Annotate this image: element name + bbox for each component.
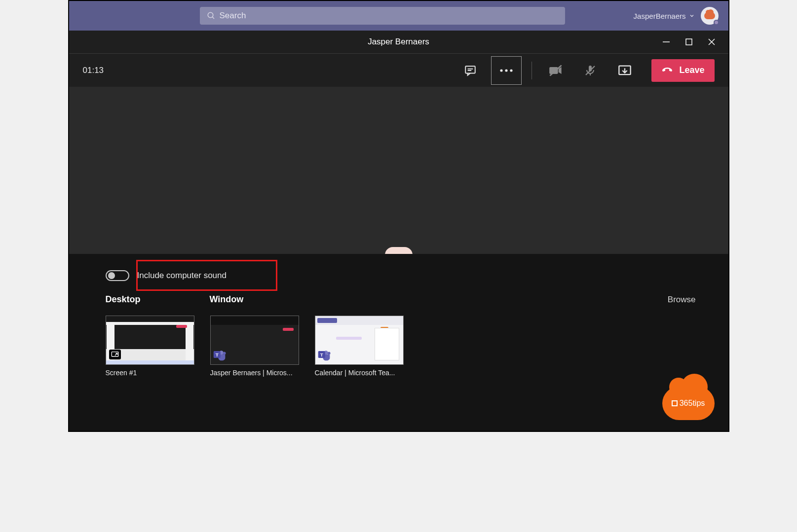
- office-logo-icon: [672, 400, 678, 406]
- search-placeholder: Search: [220, 11, 246, 21]
- minimize-button[interactable]: [661, 37, 671, 47]
- browse-button[interactable]: Browse: [668, 295, 696, 305]
- svg-point-10: [505, 69, 508, 71]
- chat-icon: [464, 64, 477, 77]
- ellipsis-icon: [499, 69, 513, 72]
- svg-point-25: [327, 352, 330, 355]
- toolbar-right: Leave: [456, 56, 714, 85]
- include-sound-toggle[interactable]: [106, 270, 129, 281]
- leave-button[interactable]: Leave: [651, 59, 714, 82]
- maximize-button[interactable]: [684, 37, 694, 47]
- watermark-365tips: 365tips: [662, 387, 715, 420]
- call-titlebar: Jasper Bernaers: [69, 31, 728, 53]
- camera-off-icon: [549, 64, 563, 77]
- screen-share-icon: [109, 350, 121, 359]
- thumb-preview: T: [315, 316, 404, 365]
- teams-app-icon: T: [213, 348, 227, 361]
- toolbar-divider: [531, 62, 532, 79]
- username-label: JasperBernaers: [634, 12, 686, 20]
- search-icon: [207, 11, 216, 20]
- share-thumb-screen[interactable]: Screen #1: [106, 316, 194, 377]
- call-title: Jasper Bernaers: [368, 37, 429, 47]
- hangup-icon: [661, 67, 673, 74]
- svg-line-19: [115, 353, 117, 355]
- mic-toggle-button[interactable]: [576, 58, 604, 83]
- participant-avatar-peek: [385, 247, 413, 254]
- thumb-label: Jasper Bernaers | Micros...: [210, 369, 299, 377]
- tab-window[interactable]: Window: [210, 294, 244, 305]
- call-stage: [69, 87, 728, 254]
- tab-desktop[interactable]: Desktop: [106, 294, 141, 305]
- presence-indicator: [714, 20, 719, 25]
- thumb-preview: [106, 316, 194, 365]
- call-toolbar: 01:13: [69, 53, 728, 87]
- close-button[interactable]: [707, 37, 717, 47]
- share-tray: Include computer sound Desktop Window Br…: [69, 254, 728, 431]
- search-input[interactable]: Search: [200, 7, 565, 25]
- avatar-cloud-icon: [704, 12, 715, 19]
- share-thumbnails-row: Screen #1 T Jasper Bernaers | Micros...: [106, 316, 696, 377]
- mic-off-icon: [584, 64, 596, 77]
- chat-button[interactable]: [456, 58, 484, 83]
- svg-point-9: [500, 69, 503, 71]
- svg-point-0: [208, 12, 213, 18]
- share-thumb-window-1[interactable]: T Jasper Bernaers | Micros...: [210, 316, 299, 377]
- svg-text:T: T: [320, 352, 323, 357]
- share-tray-header: Desktop Window Browse: [106, 294, 696, 305]
- app-topbar: Search JasperBernaers: [69, 1, 728, 31]
- share-tray-icon: [618, 64, 632, 77]
- thumb-label: Screen #1: [106, 369, 194, 377]
- svg-text:T: T: [215, 352, 218, 357]
- watermark-label: 365tips: [680, 399, 705, 408]
- call-timer: 01:13: [83, 66, 104, 75]
- call-window: Jasper Bernaers 01:13: [69, 31, 728, 431]
- share-thumb-window-2[interactable]: T Calendar | Microsoft Tea...: [315, 316, 404, 377]
- window-controls: [661, 31, 725, 53]
- teams-app-window: Search JasperBernaers Jasper Bernaers: [68, 0, 729, 432]
- svg-point-21: [223, 352, 226, 355]
- account-menu[interactable]: JasperBernaers: [634, 12, 695, 20]
- chevron-down-icon: [689, 13, 695, 19]
- svg-point-11: [510, 69, 513, 71]
- share-content-button[interactable]: [611, 58, 639, 83]
- thumb-preview: T: [210, 316, 299, 365]
- svg-line-1: [212, 17, 214, 19]
- leave-label: Leave: [679, 65, 704, 75]
- more-actions-button[interactable]: [491, 56, 522, 85]
- camera-toggle-button[interactable]: [542, 58, 569, 83]
- teams-app-icon: T: [317, 348, 331, 361]
- svg-rect-6: [466, 66, 476, 73]
- svg-rect-3: [686, 39, 692, 45]
- topbar-right: JasperBernaers: [634, 7, 719, 25]
- include-sound-label: Include computer sound: [137, 271, 227, 281]
- thumb-label: Calendar | Microsoft Tea...: [315, 369, 404, 377]
- include-computer-sound-row: Include computer sound: [106, 264, 696, 287]
- avatar[interactable]: [701, 7, 719, 25]
